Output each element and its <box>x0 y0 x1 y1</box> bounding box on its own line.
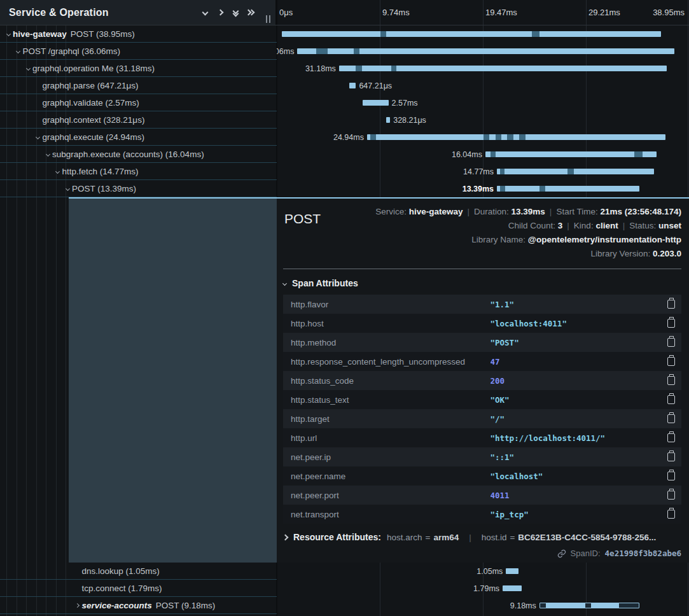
timeline-tick-label: 29.21ms <box>588 8 620 17</box>
chevron-right-icon[interactable] <box>73 604 82 607</box>
span-tree-item[interactable]: POST (13.39ms) <box>0 180 277 197</box>
span-tree-item[interactable]: tcp.connect (1.79ms) <box>0 580 277 597</box>
span-tree-item[interactable]: graphql.context (328.21μs) <box>0 111 277 129</box>
span-operation-label: POST (13.39ms) <box>72 184 136 193</box>
chevron-down-icon[interactable] <box>24 67 32 70</box>
span-bar-cell: 14.77ms <box>277 163 689 180</box>
attribute-value: 47 <box>491 357 667 367</box>
panel-resize-handle[interactable] <box>266 15 270 23</box>
span-tree-item[interactable]: graphql.execute (24.94ms) <box>0 129 277 146</box>
chevron-right-icon[interactable] <box>212 5 228 20</box>
chevron-down-icon[interactable] <box>4 32 13 36</box>
bar-segment <box>634 151 643 157</box>
span-tree-item[interactable]: subgraph.execute (accounts) (16.04ms) <box>0 146 277 163</box>
resource-attributes-row[interactable]: Resource Attributes: host.arch=arm64 | h… <box>283 532 681 542</box>
span-duration-bar[interactable] <box>503 585 522 591</box>
chevron-down-icon[interactable] <box>14 50 23 53</box>
span-duration-bar[interactable] <box>539 603 639 608</box>
attribute-value: "/" <box>491 414 667 424</box>
attribute-value: "localhost" <box>491 472 667 481</box>
attribute-value: "OK" <box>491 395 667 405</box>
copy-icon[interactable] <box>667 376 675 385</box>
span-duration-label: 13.39ms <box>463 185 497 193</box>
link-icon[interactable] <box>557 549 566 558</box>
span-attributes-header[interactable]: Span Attributes <box>283 278 681 288</box>
span-duration-bar[interactable] <box>363 100 389 106</box>
span-duration-bar[interactable] <box>506 568 518 574</box>
span-id-row: SpanID: 4e21998f3b82abe6 <box>283 549 681 558</box>
span-tree-item[interactable]: hive-gatewayPOST (38.95ms) <box>0 25 277 43</box>
detail-meta-line-2: Child Count: 3|Kind: client|Status: unse… <box>283 219 681 233</box>
span-tree-item[interactable]: service-accountsPOST (9.18ms) <box>0 597 277 614</box>
attribute-value: "http://localhost:4011/" <box>491 433 667 443</box>
span-attributes-title: Span Attributes <box>292 278 358 288</box>
attribute-key: http.method <box>283 338 491 347</box>
copy-icon[interactable] <box>667 510 675 519</box>
chevron-down-icon[interactable] <box>53 170 62 173</box>
tree-header: Service & Operation <box>0 0 277 25</box>
attribute-value: "POST" <box>491 338 667 347</box>
bar-segment <box>380 31 386 37</box>
copy-icon[interactable] <box>667 395 675 404</box>
copy-icon[interactable] <box>667 319 675 328</box>
span-duration-bar[interactable] <box>282 31 661 37</box>
copy-icon[interactable] <box>667 433 675 442</box>
copy-icon[interactable] <box>667 491 675 500</box>
span-duration-bar[interactable] <box>485 151 657 157</box>
attribute-row: http.status_code200 <box>283 371 681 390</box>
chevron-down-icon[interactable] <box>63 187 72 190</box>
span-duration-bar[interactable] <box>367 134 665 140</box>
span-detail-panel: POST Service: hive-gateway|Duration: 13.… <box>277 197 689 563</box>
span-operation-label: graphql.parse (647.21μs) <box>43 81 139 90</box>
copy-icon[interactable] <box>667 414 675 423</box>
span-operation-label: POST (38.95ms) <box>71 29 135 39</box>
double-chevron-down-icon[interactable] <box>228 5 243 20</box>
span-tree-item[interactable]: dns.lookup (1.05ms) <box>0 563 277 580</box>
span-tree-item[interactable]: graphql.parse (647.21μs) <box>0 77 277 94</box>
attribute-key: net.peer.port <box>283 491 491 500</box>
attribute-row: http.method"POST" <box>283 333 681 352</box>
attribute-row: net.peer.name"localhost" <box>283 466 681 486</box>
chevron-down-icon[interactable] <box>197 5 212 20</box>
bar-segment <box>496 134 501 140</box>
span-duration-label: 1.79ms <box>473 584 503 593</box>
span-bar-cell: 31.18ms <box>277 60 689 77</box>
bar-segment <box>532 31 539 37</box>
attribute-key: http.response_content_length_uncompresse… <box>283 357 491 367</box>
trace-row: subgraph.execute (accounts) (16.04ms)16.… <box>0 146 689 163</box>
span-service-name: service-accounts <box>82 601 152 610</box>
span-operation-label: subgraph.execute (accounts) (16.04ms) <box>52 150 204 159</box>
span-duration-bar[interactable] <box>297 48 674 54</box>
span-duration-bar[interactable] <box>497 169 654 174</box>
trace-row: http.fetch (14.77ms)14.77ms <box>0 163 689 180</box>
chevron-right-icon <box>283 534 288 540</box>
attribute-key: http.target <box>283 414 491 424</box>
span-tree-item[interactable]: POST /graphql (36.06ms) <box>0 43 277 60</box>
copy-icon[interactable] <box>667 452 675 461</box>
timeline-tick-label: 38.95ms <box>653 8 685 17</box>
double-chevron-right-icon[interactable] <box>243 5 258 20</box>
span-tree-item[interactable]: graphql.operation Me (31.18ms) <box>0 60 277 77</box>
trace-viewer: Service & Operation 0μs9.74ms19.47ms29.2… <box>0 0 689 616</box>
bar-segment <box>591 603 618 608</box>
chevron-down-icon[interactable] <box>43 153 52 156</box>
span-bar-cell: 13.39ms <box>277 180 689 197</box>
span-operation-label: tcp.connect (1.79ms) <box>82 584 162 593</box>
copy-icon[interactable] <box>667 338 675 347</box>
attribute-row: http.target"/" <box>283 409 681 428</box>
chevron-down-icon[interactable] <box>34 136 43 139</box>
copy-icon[interactable] <box>667 300 675 309</box>
span-tree-item[interactable]: http.fetch (14.77ms) <box>0 163 277 180</box>
attribute-value: "1.1" <box>491 300 667 309</box>
span-tree-item[interactable]: graphql.validate (2.57ms) <box>0 94 277 111</box>
span-duration-bar[interactable] <box>339 66 667 71</box>
detail-meta-line-4: Library Version: 0.203.0 <box>283 247 681 261</box>
attribute-row: net.transport"ip_tcp" <box>283 505 681 524</box>
span-duration-bar[interactable] <box>497 186 639 192</box>
span-duration-bar[interactable] <box>349 83 356 88</box>
bar-segment <box>370 134 376 140</box>
copy-icon[interactable] <box>667 472 675 480</box>
copy-icon[interactable] <box>667 357 675 366</box>
tree-header-title: Service & Operation <box>9 7 197 18</box>
bar-segment <box>539 186 545 192</box>
